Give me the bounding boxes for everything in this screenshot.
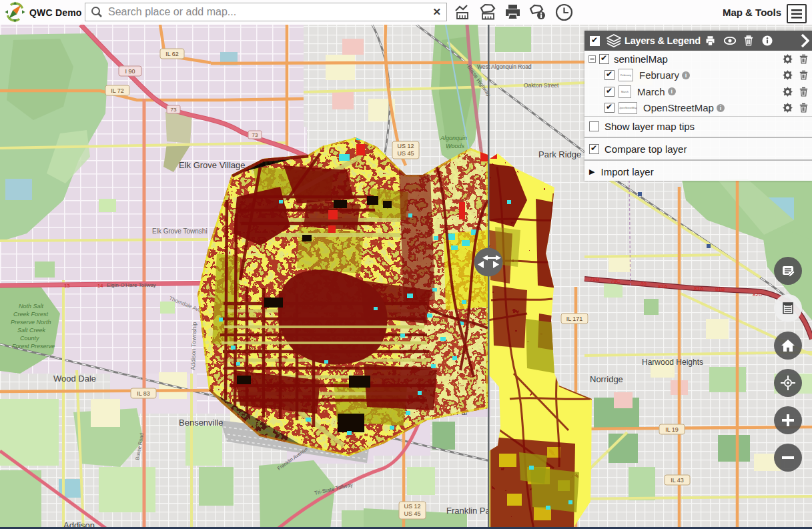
svg-text:West Algonquin Road: West Algonquin Road (477, 63, 532, 70)
svg-text:Elgin-O'Hare Tollway: Elgin-O'Hare Tollway (107, 282, 156, 288)
svg-text:Noth Salt: Noth Salt (19, 303, 44, 310)
svg-text:Oakton Street: Oakton Street (524, 82, 559, 89)
svg-text:Elk Grove Village: Elk Grove Village (179, 160, 245, 170)
svg-text:Salt Creek: Salt Creek (17, 327, 46, 334)
svg-text:79C: 79C (611, 278, 621, 284)
svg-text:82C: 82C (753, 292, 763, 298)
svg-text:US 12: US 12 (397, 143, 414, 149)
svg-text:Norridge: Norridge (590, 374, 623, 384)
svg-text:Forest Preserve: Forest Preserve (12, 343, 55, 350)
svg-text:IL 19: IL 19 (665, 426, 679, 433)
svg-text:73: 73 (252, 132, 258, 138)
svg-text:13: 13 (64, 283, 69, 289)
svg-text:Algonquin: Algonquin (440, 135, 467, 141)
svg-text:County: County (20, 335, 39, 342)
svg-text:IL 83: IL 83 (137, 390, 150, 397)
svg-text:Elk Grove Townshi: Elk Grove Townshi (152, 227, 208, 235)
svg-text:79B: 79B (590, 276, 599, 282)
svg-text:Bensenville: Bensenville (179, 418, 224, 428)
svg-text:IL 62: IL 62 (165, 51, 179, 57)
svg-text:Harwood Heights: Harwood Heights (642, 358, 703, 367)
svg-text:Creek Forest: Creek Forest (13, 311, 49, 318)
svg-text:73: 73 (171, 107, 177, 113)
svg-text:Wood Dale: Wood Dale (53, 374, 96, 384)
svg-text:81A: 81A (658, 284, 668, 290)
svg-text:I 90: I 90 (125, 68, 135, 75)
svg-text:Preserve North: Preserve North (11, 319, 51, 326)
svg-text:IL 171: IL 171 (566, 316, 583, 322)
svg-text:US 45: US 45 (397, 150, 414, 157)
svg-text:US 45: US 45 (404, 510, 420, 517)
svg-text:80: 80 (641, 281, 647, 287)
svg-text:81A: 81A (694, 286, 704, 292)
svg-text:81B: 81B (715, 286, 725, 292)
svg-text:Woods: Woods (446, 143, 465, 149)
svg-text:Park Ridge: Park Ridge (538, 149, 581, 159)
svg-text:14: 14 (97, 283, 103, 289)
svg-text:US 12: US 12 (404, 503, 420, 510)
svg-text:IL 72: IL 72 (111, 87, 124, 94)
svg-text:IL 43: IL 43 (671, 477, 684, 484)
